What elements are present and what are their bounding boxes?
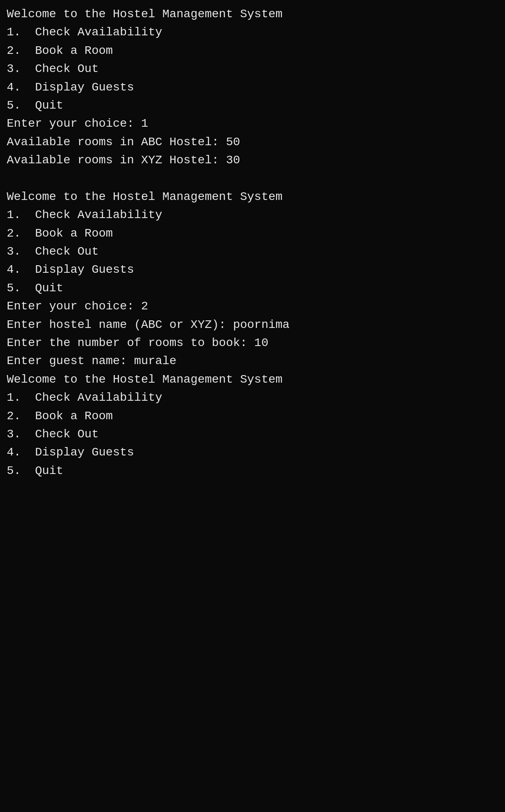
line-25: 4. Display Guests [7, 443, 498, 461]
line-20: Enter guest name: murale [7, 352, 498, 370]
line-2: 1. Check Availability [7, 23, 498, 41]
line-18: Enter hostel name (ABC or XYZ): poornima [7, 316, 498, 334]
line-7: Enter your choice: 1 [7, 114, 498, 133]
line-13: 2. Book a Room [7, 224, 498, 242]
line-22: 1. Check Availability [7, 389, 498, 407]
line-3: 2. Book a Room [7, 42, 498, 60]
terminal-output: Welcome to the Hostel Management System1… [7, 5, 498, 480]
line-9: Available rooms in XYZ Hostel: 30 [7, 151, 498, 169]
line-14: 3. Check Out [7, 242, 498, 261]
line-16: 5. Quit [7, 279, 498, 297]
line-5: 4. Display Guests [7, 78, 498, 96]
line-24: 3. Check Out [7, 425, 498, 443]
line-11: Welcome to the Hostel Management System [7, 188, 498, 206]
line-15: 4. Display Guests [7, 261, 498, 279]
line-19: Enter the number of rooms to book: 10 [7, 334, 498, 352]
line-10 [7, 170, 498, 188]
line-23: 2. Book a Room [7, 407, 498, 425]
line-21: Welcome to the Hostel Management System [7, 370, 498, 389]
line-26: 5. Quit [7, 462, 498, 480]
line-4: 3. Check Out [7, 60, 498, 78]
line-12: 1. Check Availability [7, 206, 498, 224]
line-17: Enter your choice: 2 [7, 297, 498, 315]
line-6: 5. Quit [7, 96, 498, 114]
line-8: Available rooms in ABC Hostel: 50 [7, 133, 498, 151]
line-1: Welcome to the Hostel Management System [7, 5, 498, 23]
